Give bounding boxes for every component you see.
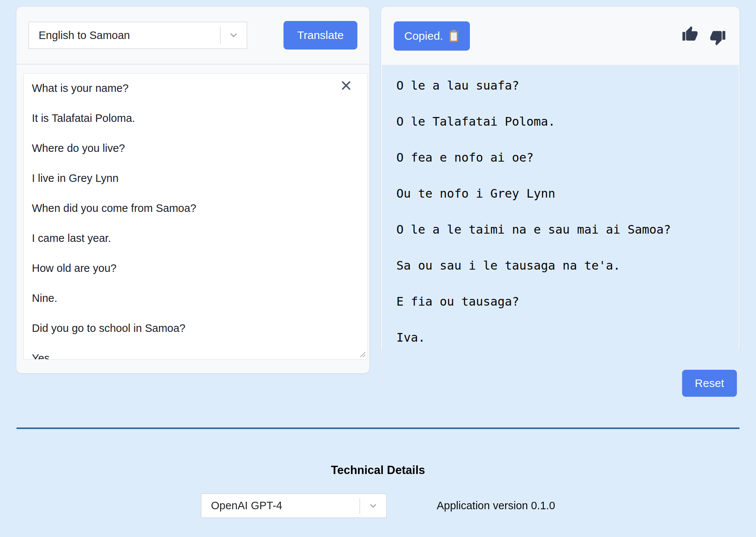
language-selector-value: English to Samoan — [29, 29, 220, 42]
input-card: English to Samoan Translate What is your… — [16, 7, 369, 373]
translator-row: English to Samoan Translate What is your… — [16, 7, 740, 397]
technical-details-heading: Technical Details — [16, 464, 740, 477]
reset-button[interactable]: Reset — [682, 370, 737, 397]
thumbs-up-button[interactable] — [681, 26, 698, 43]
output-card: Copied. — [381, 7, 740, 354]
thumbs-down-icon — [710, 29, 727, 46]
translate-button[interactable]: Translate — [284, 21, 357, 50]
app-version-text: Application version 0.1.0 — [437, 500, 555, 512]
thumbs-up-icon — [681, 26, 698, 43]
clipboard-icon — [448, 29, 459, 43]
language-selector[interactable]: English to Samoan — [28, 22, 247, 49]
chevron-down-icon[interactable] — [220, 30, 247, 40]
input-card-header: English to Samoan Translate — [16, 7, 369, 64]
technical-details-row: OpenAI GPT-4 Application version 0.1.0 — [16, 494, 740, 518]
clear-input-button[interactable] — [339, 79, 353, 92]
model-selector-value: OpenAI GPT-4 — [201, 500, 360, 512]
output-column: Copied. — [381, 7, 740, 397]
feedback-buttons — [681, 26, 727, 46]
app-page: English to Samoan Translate What is your… — [0, 0, 756, 537]
copy-button-label: Copied. — [404, 30, 443, 42]
input-textarea-wrap: What is your name? It is Talafatai Polom… — [23, 74, 368, 360]
section-divider — [16, 428, 740, 429]
x-icon — [340, 80, 352, 92]
copy-button[interactable]: Copied. — [394, 21, 470, 51]
resize-handle[interactable] — [358, 350, 366, 358]
reset-row: Reset — [381, 370, 740, 397]
model-selector[interactable]: OpenAI GPT-4 — [201, 494, 387, 518]
thumbs-down-button[interactable] — [710, 29, 727, 46]
chevron-down-icon[interactable] — [360, 501, 386, 511]
translation-output[interactable]: O le a lau suafa? O le Talafatai Poloma.… — [382, 65, 739, 388]
output-card-header: Copied. — [381, 7, 740, 65]
translation-input[interactable]: What is your name? It is Talafatai Polom… — [23, 74, 368, 360]
